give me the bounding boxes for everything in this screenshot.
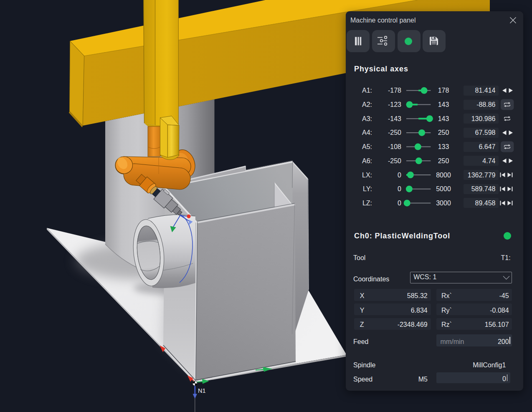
svg-text:N1: N1 [198,387,206,394]
